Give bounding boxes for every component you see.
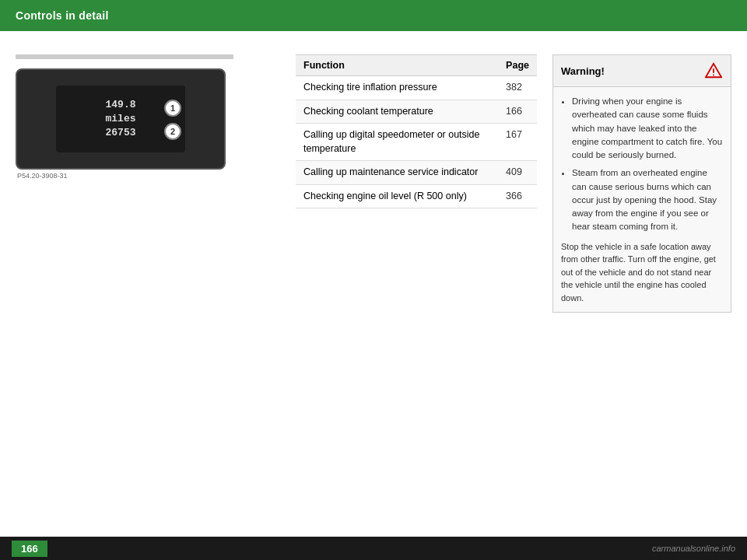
- table-cell-function: Calling up maintenance service indicator: [296, 161, 498, 185]
- table-cell-page: 166: [498, 100, 537, 124]
- right-column: Warning! Driving when your engine is ove…: [552, 54, 731, 313]
- header-bar: Controls in detail: [0, 0, 747, 31]
- page-title: Controls in detail: [16, 9, 109, 22]
- warning-bullet-item: Driving when your engine is overheated c…: [572, 95, 723, 162]
- table-cell-function: Checking coolant temperature: [296, 100, 498, 124]
- display-screen: 149.8 miles 26753: [56, 86, 185, 152]
- table-cell-function: Checking engine oil level (R 500 only): [296, 184, 498, 208]
- image-caption: P54.20-3908-31: [16, 172, 280, 180]
- badge-2: 2: [164, 123, 181, 140]
- function-table: Function Page Checking tire inflation pr…: [296, 54, 537, 208]
- cluster-label-bar: [16, 54, 233, 59]
- table-cell-page: 409: [498, 161, 537, 185]
- instrument-cluster-image: 149.8 miles 26753 1 2: [16, 68, 226, 170]
- svg-point-1: [713, 75, 714, 76]
- table-row: Calling up digital speedometer or outsid…: [296, 124, 537, 161]
- col-header-page: Page: [498, 55, 537, 76]
- warning-icon: [704, 61, 723, 80]
- content-body: 149.8 miles 26753 1 2 P54.20-3908-31: [0, 31, 747, 328]
- table-row: Checking tire inflation pressure382: [296, 76, 537, 100]
- warning-body: Driving when your engine is overheated c…: [553, 87, 731, 312]
- table-cell-page: 366: [498, 184, 537, 208]
- badge-1: 1: [164, 100, 181, 117]
- center-column: Function Page Checking tire inflation pr…: [296, 54, 537, 208]
- table-cell-page: 167: [498, 124, 537, 161]
- left-column: 149.8 miles 26753 1 2 P54.20-3908-31: [16, 54, 280, 180]
- warning-bullet-item: Steam from an overheated engine can caus…: [572, 166, 723, 233]
- watermark: carmanualsonline.info: [652, 544, 735, 553]
- warning-header: Warning!: [553, 55, 731, 87]
- table-cell-page: 382: [498, 76, 537, 100]
- warning-box: Warning! Driving when your engine is ove…: [552, 54, 731, 313]
- col-header-function: Function: [296, 55, 498, 76]
- page-number-badge: 166: [12, 541, 47, 557]
- mileage-display: 149.8 miles 26753: [105, 98, 135, 141]
- warning-title: Warning!: [561, 65, 605, 77]
- table-row: Checking engine oil level (R 500 only)36…: [296, 184, 537, 208]
- warning-paragraph: Stop the vehicle in a safe location away…: [561, 240, 723, 305]
- bottom-bar: 166 carmanualsonline.info: [0, 537, 747, 560]
- table-cell-function: Calling up digital speedometer or outsid…: [296, 124, 498, 161]
- warning-bullets: Driving when your engine is overheated c…: [561, 95, 723, 234]
- table-row: Checking coolant temperature166: [296, 100, 537, 124]
- table-cell-function: Checking tire inflation pressure: [296, 76, 498, 100]
- table-row: Calling up maintenance service indicator…: [296, 161, 537, 185]
